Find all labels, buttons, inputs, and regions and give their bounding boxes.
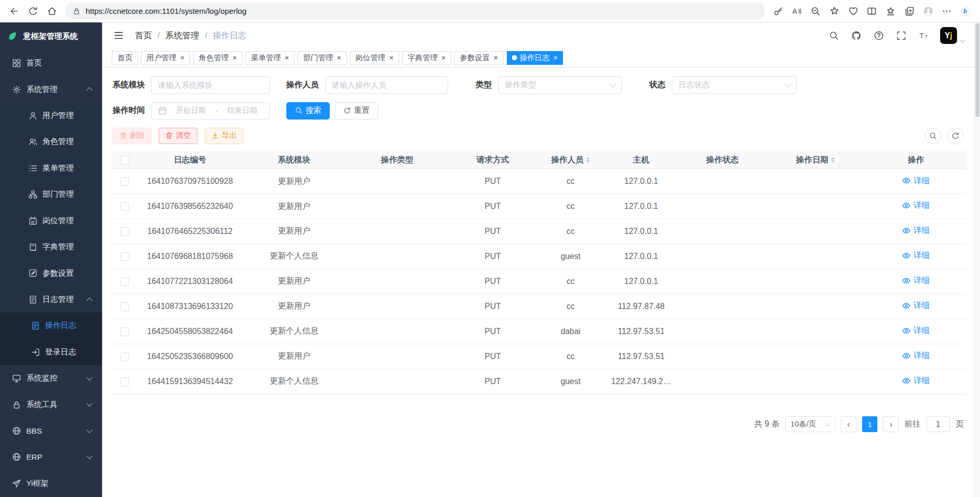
row-checkbox[interactable] <box>120 202 129 211</box>
favorites-add-icon[interactable] <box>825 2 844 19</box>
tab-5[interactable]: 岗位管理× <box>350 51 399 65</box>
reset-button[interactable]: 重置 <box>335 102 378 120</box>
scrollbar-thumb[interactable] <box>975 23 979 117</box>
module-input[interactable] <box>158 81 263 90</box>
row-checkbox[interactable] <box>120 177 129 186</box>
hamburger-icon[interactable] <box>112 29 126 42</box>
bing-icon[interactable]: b <box>957 2 975 19</box>
sort-caret-icon[interactable] <box>831 157 835 162</box>
user-avatar[interactable]: Yj <box>940 27 957 44</box>
read-aloud-icon[interactable]: A <box>788 2 806 19</box>
sidebar-item-5[interactable]: 部门管理 <box>0 181 102 207</box>
clear-button[interactable]: 清空 <box>159 128 198 144</box>
github-icon[interactable] <box>850 30 862 42</box>
detail-link[interactable]: 详细 <box>902 325 929 336</box>
row-checkbox[interactable] <box>120 352 129 361</box>
tab-2[interactable]: 角色管理× <box>193 51 242 65</box>
tab-4[interactable]: 部门管理× <box>298 51 347 65</box>
sidebar-item-6[interactable]: 岗位管理 <box>0 207 102 233</box>
browser-essentials-icon[interactable] <box>844 2 863 19</box>
operator-input[interactable] <box>332 81 442 90</box>
export-button[interactable]: 导出 <box>205 128 244 144</box>
reload-icon[interactable] <box>24 2 43 19</box>
sidebar-item-0[interactable]: 首页 <box>0 50 102 76</box>
close-icon[interactable]: × <box>442 54 446 62</box>
show-search-button[interactable] <box>925 128 941 144</box>
sidebar-item-11[interactable]: 登录日志 <box>0 339 102 365</box>
breadcrumb-system[interactable]: 系统管理 <box>165 30 199 41</box>
status-select[interactable]: 日志状态 <box>672 76 797 93</box>
row-checkbox[interactable] <box>120 227 129 236</box>
fullscreen-icon[interactable] <box>895 30 908 42</box>
address-bar[interactable]: https://ccnetcore.com:1101/system/log/op… <box>65 3 765 19</box>
sidebar-item-12[interactable]: 系统监控 <box>0 365 102 391</box>
sidebar-item-13[interactable]: 系统工具 <box>0 391 102 417</box>
sidebar-item-10[interactable]: 操作日志 <box>0 313 102 339</box>
column-header-7[interactable]: 操作日期 <box>767 151 864 169</box>
sidebar-item-8[interactable]: 参数设置 <box>0 260 102 286</box>
back-icon[interactable] <box>5 2 24 19</box>
sidebar-item-15[interactable]: ERP <box>0 444 102 470</box>
detail-link[interactable]: 详细 <box>902 176 929 186</box>
profile-avatar-icon[interactable] <box>919 2 938 19</box>
column-header-4[interactable]: 操作人员 <box>537 151 604 169</box>
close-icon[interactable]: × <box>232 54 237 62</box>
sidebar-item-3[interactable]: 角色管理 <box>0 129 102 155</box>
detail-link[interactable]: 详细 <box>902 275 929 286</box>
browser-scrollbar[interactable] <box>974 22 980 497</box>
app-logo[interactable]: 意框架管理系统 <box>0 22 102 50</box>
prev-page-button[interactable]: ‹ <box>841 416 856 432</box>
select-all-checkbox[interactable] <box>120 156 129 164</box>
module-filter[interactable] <box>151 76 270 93</box>
sidebar-item-2[interactable]: 用户管理 <box>0 103 102 129</box>
sidebar-item-14[interactable]: BBS <box>0 418 102 444</box>
delete-button[interactable]: 删除 <box>112 128 152 144</box>
refresh-table-button[interactable] <box>947 128 964 144</box>
fontsize-icon[interactable]: TT <box>918 30 930 42</box>
detail-link[interactable]: 详细 <box>902 375 929 386</box>
tab-0[interactable]: 首页 <box>112 51 138 65</box>
sidebar-item-9[interactable]: 日志管理 <box>0 287 102 313</box>
tab-8[interactable]: 操作日志× <box>507 51 564 65</box>
sidebar-item-16[interactable]: Yi框架 <box>0 470 102 496</box>
row-checkbox[interactable] <box>120 277 129 286</box>
operator-filter[interactable] <box>325 76 448 93</box>
search-icon[interactable] <box>827 30 840 42</box>
row-checkbox[interactable] <box>120 252 129 261</box>
close-icon[interactable]: × <box>285 54 289 62</box>
detail-link[interactable]: 详细 <box>902 350 929 361</box>
close-icon[interactable]: × <box>337 54 341 62</box>
detail-link[interactable]: 详细 <box>902 300 929 311</box>
row-checkbox[interactable] <box>120 377 129 386</box>
tab-3[interactable]: 菜单管理× <box>246 51 295 65</box>
zoom-out-icon[interactable] <box>806 2 825 19</box>
help-icon[interactable] <box>873 30 885 42</box>
date-range-picker[interactable]: 开始日期 - 结束日期 <box>151 102 270 120</box>
close-icon[interactable]: × <box>553 54 558 62</box>
tab-7[interactable]: 参数设置× <box>454 51 503 65</box>
sidebar-item-4[interactable]: 菜单管理 <box>0 155 102 181</box>
collections-icon[interactable] <box>900 2 919 19</box>
home-icon[interactable] <box>42 2 61 19</box>
goto-page-input[interactable] <box>926 416 950 433</box>
split-screen-icon[interactable] <box>863 2 881 19</box>
close-icon[interactable]: × <box>494 54 498 62</box>
more-icon[interactable] <box>938 2 957 19</box>
sidebar-item-1[interactable]: 系统管理 <box>0 76 102 102</box>
close-icon[interactable]: × <box>389 54 394 62</box>
page-size-select[interactable]: 10条/页 <box>785 416 835 433</box>
key-icon[interactable] <box>769 2 788 19</box>
detail-link[interactable]: 详细 <box>902 225 929 236</box>
tab-1[interactable]: 用户管理× <box>141 51 190 65</box>
page-1-button[interactable]: 1 <box>862 416 878 432</box>
detail-link[interactable]: 详细 <box>902 250 929 261</box>
breadcrumb-home[interactable]: 首页 <box>135 30 152 41</box>
row-checkbox[interactable] <box>120 327 129 336</box>
row-checkbox[interactable] <box>120 302 129 311</box>
search-button[interactable]: 搜索 <box>286 102 330 120</box>
type-select[interactable]: 操作类型 <box>498 76 622 93</box>
tab-6[interactable]: 字典管理× <box>402 51 451 65</box>
favorites-bar-icon[interactable] <box>881 2 900 19</box>
sort-caret-icon[interactable] <box>586 157 590 162</box>
next-page-button[interactable]: › <box>883 416 899 432</box>
